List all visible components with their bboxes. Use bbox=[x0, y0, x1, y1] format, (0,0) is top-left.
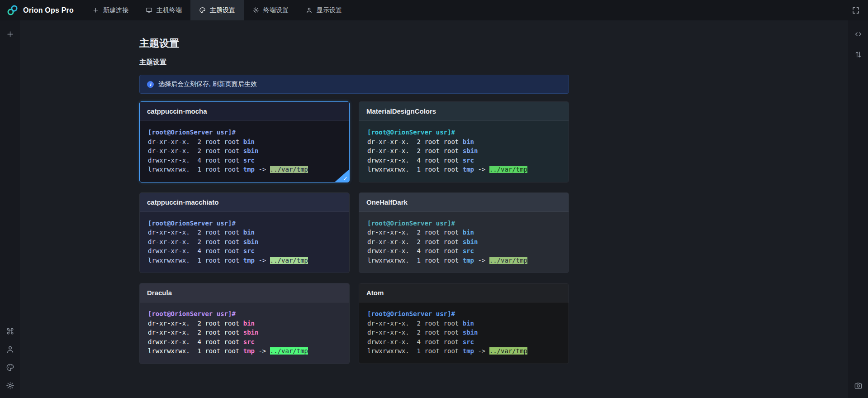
nav-item-new-connection[interactable]: 新建连接 bbox=[84, 0, 137, 20]
symlink-arrow: -> bbox=[255, 166, 270, 173]
nav-item-label: 主题设置 bbox=[210, 6, 235, 14]
terminal-text: lrwxrwxrwx. 1 root root bbox=[367, 166, 463, 173]
theme-grid: catppuccin-mocha[root@OrionServer usr]#d… bbox=[139, 101, 569, 382]
terminal-preview: [root@OrionServer usr]#dr-xr-xr-x. 2 roo… bbox=[140, 302, 349, 364]
symlink-target: ../var/tmp bbox=[489, 347, 527, 355]
terminal-line: dr-xr-xr-x. 2 root root sbin bbox=[148, 146, 341, 156]
theme-card-Dracula[interactable]: Dracula[root@OrionServer usr]#dr-xr-xr-x… bbox=[139, 283, 350, 364]
nav-item-display-settings[interactable]: 显示设置 bbox=[297, 0, 351, 20]
theme-card-catppuccin-mocha[interactable]: catppuccin-mocha[root@OrionServer usr]#d… bbox=[139, 101, 350, 182]
theme-card-MaterialDesignColors[interactable]: MaterialDesignColors[root@OrionServer us… bbox=[359, 101, 569, 182]
nav-item-terminal-settings[interactable]: 终端设置 bbox=[244, 0, 297, 20]
nav-item-host-terminal[interactable]: 主机终端 bbox=[137, 0, 190, 20]
terminal-text: drwxr-xr-x. 4 root root bbox=[367, 338, 463, 345]
terminal-text: dr-xr-xr-x. 2 root root bbox=[148, 329, 243, 336]
terminal-text: lrwxrwxrwx. 1 root root bbox=[148, 257, 243, 264]
info-alert: i 选择后会立刻保存, 刷新页面后生效 bbox=[139, 75, 569, 94]
sort-icon[interactable] bbox=[854, 50, 863, 59]
terminal-text: dr-xr-xr-x. 2 root root bbox=[367, 147, 463, 154]
left-rail-top bbox=[6, 20, 14, 38]
terminal-line: dr-xr-xr-x. 2 root root bin bbox=[148, 137, 341, 147]
symlink-target: ../var/tmp bbox=[489, 166, 527, 173]
theme-card-Atom[interactable]: Atom[root@OrionServer usr]#dr-xr-xr-x. 2… bbox=[359, 283, 569, 364]
terminal-prompt: [root@OrionServer usr]# bbox=[148, 309, 341, 319]
gear-icon bbox=[252, 7, 259, 14]
theme-name: Atom bbox=[359, 283, 569, 302]
theme-name: MaterialDesignColors bbox=[359, 102, 569, 121]
terminal-prompt: [root@OrionServer usr]# bbox=[367, 128, 560, 137]
terminal-text: dr-xr-xr-x. 2 root root bbox=[367, 138, 463, 145]
right-rail-top bbox=[854, 20, 863, 59]
terminal-line: drwxr-xr-x. 4 root root src bbox=[367, 246, 560, 256]
symlink-target: ../var/tmp bbox=[270, 166, 308, 173]
terminal-text: drwxr-xr-x. 4 root root bbox=[148, 338, 243, 345]
terminal-line: lrwxrwxrwx. 1 root root tmp -> ../var/tm… bbox=[367, 346, 560, 356]
palette-icon[interactable] bbox=[6, 363, 14, 372]
terminal-line: drwxr-xr-x. 4 root root src bbox=[367, 156, 560, 165]
terminal-line: dr-xr-xr-x. 2 root root sbin bbox=[367, 146, 560, 156]
app-brand[interactable]: Orion Ops Pro bbox=[0, 0, 84, 20]
palette-icon bbox=[199, 7, 206, 14]
dir-name: bin bbox=[243, 138, 255, 145]
theme-name: Dracula bbox=[140, 283, 349, 302]
nav-spacer bbox=[351, 0, 844, 20]
fullscreen-button[interactable] bbox=[844, 0, 868, 20]
dir-name: sbin bbox=[243, 238, 259, 245]
terminal-preview: [root@OrionServer usr]#dr-xr-xr-x. 2 roo… bbox=[359, 121, 569, 182]
dir-name: tmp bbox=[463, 257, 474, 264]
nav-item-label: 显示设置 bbox=[317, 6, 342, 14]
terminal-preview: [root@OrionServer usr]#dr-xr-xr-x. 2 roo… bbox=[140, 121, 349, 182]
terminal-text: dr-xr-xr-x. 2 root root bbox=[148, 147, 243, 154]
nav-item-label: 新建连接 bbox=[103, 6, 128, 14]
terminal-line: dr-xr-xr-x. 2 root root sbin bbox=[367, 328, 560, 337]
user-icon[interactable] bbox=[6, 345, 14, 354]
dir-name: bin bbox=[463, 138, 474, 145]
terminal-prompt: [root@OrionServer usr]# bbox=[367, 219, 560, 228]
right-rail-bottom bbox=[854, 381, 863, 398]
symlink-target: ../var/tmp bbox=[270, 347, 308, 355]
symlink-arrow: -> bbox=[474, 347, 489, 355]
terminal-preview: [root@OrionServer usr]#dr-xr-xr-x. 2 roo… bbox=[359, 302, 569, 364]
symlink-arrow: -> bbox=[474, 166, 489, 173]
theme-name: catppuccin-mocha bbox=[140, 102, 349, 121]
gear-icon[interactable] bbox=[6, 381, 14, 390]
terminal-prompt: [root@OrionServer usr]# bbox=[148, 219, 341, 228]
dir-name: sbin bbox=[243, 329, 259, 336]
dir-name: bin bbox=[243, 229, 255, 236]
terminal-prompt: [root@OrionServer usr]# bbox=[367, 309, 560, 319]
terminal-text: lrwxrwxrwx. 1 root root bbox=[367, 257, 463, 264]
content-container: 主题设置 主题设置 i 选择后会立刻保存, 刷新页面后生效 catppuccin… bbox=[139, 20, 569, 382]
page-title: 主题设置 bbox=[139, 37, 569, 50]
symlink-target: ../var/tmp bbox=[489, 257, 527, 264]
dir-name: src bbox=[243, 338, 255, 345]
terminal-text: dr-xr-xr-x. 2 root root bbox=[367, 238, 463, 245]
theme-card-catppuccin-macchiato[interactable]: catppuccin-macchiato[root@OrionServer us… bbox=[139, 192, 350, 273]
nav-item-theme-settings[interactable]: 主题设置 bbox=[190, 0, 244, 20]
user-icon bbox=[306, 7, 313, 14]
terminal-text: drwxr-xr-x. 4 root root bbox=[148, 247, 243, 254]
code-icon[interactable] bbox=[854, 30, 863, 38]
terminal-line: dr-xr-xr-x. 2 root root bin bbox=[367, 319, 560, 328]
dir-name: sbin bbox=[243, 147, 259, 154]
terminal-text: dr-xr-xr-x. 2 root root bbox=[367, 329, 463, 336]
terminal-line: drwxr-xr-x. 4 root root src bbox=[148, 156, 341, 165]
terminal-text: dr-xr-xr-x. 2 root root bbox=[148, 320, 243, 327]
section-title: 主题设置 bbox=[139, 58, 569, 67]
dir-name: tmp bbox=[463, 166, 474, 173]
nav-item-label: 终端设置 bbox=[263, 6, 289, 14]
nav-item-label: 主机终端 bbox=[157, 6, 182, 14]
plus-icon[interactable] bbox=[6, 30, 14, 38]
main-content: 主题设置 主题设置 i 选择后会立刻保存, 刷新页面后生效 catppuccin… bbox=[20, 20, 848, 398]
dir-name: bin bbox=[243, 320, 255, 327]
terminal-line: drwxr-xr-x. 4 root root src bbox=[148, 337, 341, 347]
app-title: Orion Ops Pro bbox=[23, 6, 74, 14]
command-icon[interactable] bbox=[6, 327, 14, 336]
dir-name: src bbox=[243, 247, 255, 254]
terminal-line: dr-xr-xr-x. 2 root root bin bbox=[148, 319, 341, 328]
main-nav: 新建连接主机终端主题设置终端设置显示设置 bbox=[84, 0, 351, 20]
theme-card-OneHalfDark[interactable]: OneHalfDark[root@OrionServer usr]#dr-xr-… bbox=[359, 192, 569, 273]
terminal-line: dr-xr-xr-x. 2 root root bin bbox=[148, 228, 341, 237]
terminal-line: dr-xr-xr-x. 2 root root bin bbox=[367, 137, 560, 147]
camera-icon[interactable] bbox=[854, 381, 863, 390]
terminal-text: dr-xr-xr-x. 2 root root bbox=[367, 229, 463, 236]
